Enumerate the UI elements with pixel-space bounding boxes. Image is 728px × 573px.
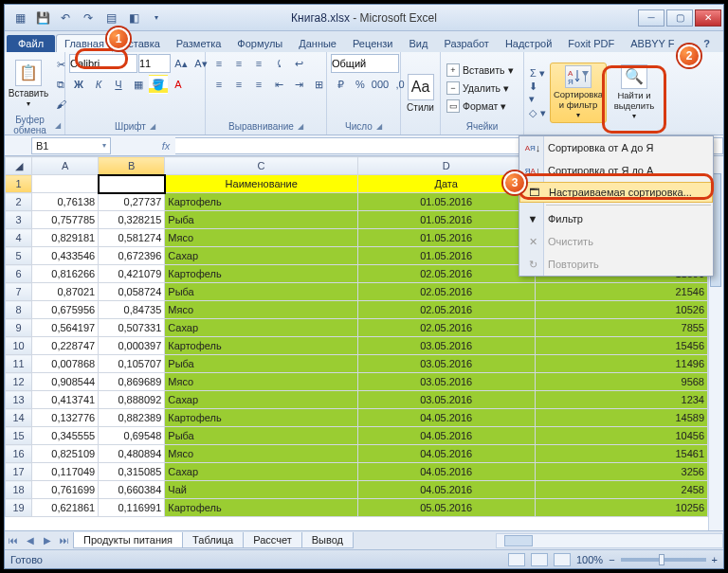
font-name-input[interactable] bbox=[69, 54, 137, 73]
redo-icon[interactable]: ↷ bbox=[79, 9, 98, 27]
tab-review[interactable]: Рецензи bbox=[345, 35, 401, 52]
fx-icon[interactable]: fx bbox=[156, 140, 175, 152]
cell[interactable]: 11496 bbox=[535, 355, 707, 373]
bold-icon[interactable]: Ж bbox=[69, 75, 88, 94]
cell[interactable]: 0,421079 bbox=[99, 265, 165, 283]
cell[interactable]: Картофель bbox=[165, 193, 357, 211]
orientation-icon[interactable]: ⤹ bbox=[269, 54, 288, 73]
row-header[interactable]: 2 bbox=[6, 193, 32, 211]
percent-icon[interactable]: % bbox=[351, 75, 370, 94]
cell[interactable]: 0,315085 bbox=[99, 463, 165, 481]
menu-filter[interactable]: ▼ Фильтр bbox=[519, 207, 713, 230]
tab-addins[interactable]: Надстрой bbox=[498, 35, 559, 52]
cell[interactable]: 0,007868 bbox=[32, 355, 99, 373]
find-select-button[interactable]: 🔍 Найти и выделить▾ bbox=[610, 63, 659, 123]
cell[interactable]: 0,105707 bbox=[99, 355, 165, 373]
sheet-nav[interactable]: ⏮◀▶⏭ bbox=[5, 535, 73, 546]
cell[interactable]: 0,480894 bbox=[99, 445, 165, 463]
cell[interactable]: 0,621861 bbox=[32, 499, 99, 517]
cell[interactable]: Картофель bbox=[165, 409, 357, 427]
row-header[interactable]: 19 bbox=[6, 499, 32, 517]
cell[interactable]: 0,672396 bbox=[99, 247, 165, 265]
italic-icon[interactable]: К bbox=[89, 75, 108, 94]
cell[interactable] bbox=[99, 175, 165, 193]
tab-home[interactable]: Главная bbox=[56, 34, 113, 52]
number-format-input[interactable] bbox=[331, 54, 399, 73]
cell[interactable]: 10456 bbox=[535, 427, 707, 445]
cell[interactable]: Картофель bbox=[165, 337, 357, 355]
autosum-icon[interactable]: Σ ▾ bbox=[528, 63, 547, 82]
cell[interactable]: Мясо bbox=[165, 373, 357, 391]
cell[interactable]: 14589 bbox=[535, 409, 707, 427]
cell[interactable]: Сахар bbox=[165, 319, 357, 337]
cell[interactable]: 0,888092 bbox=[99, 391, 165, 409]
cell[interactable]: 01.05.2016 bbox=[357, 247, 535, 265]
tab-developer[interactable]: Разработ bbox=[436, 35, 496, 52]
row-header[interactable]: 11 bbox=[6, 355, 32, 373]
row-header[interactable]: 1 bbox=[6, 175, 32, 193]
help-icon[interactable]: ? bbox=[696, 35, 718, 52]
cell[interactable]: 02.05.2016 bbox=[357, 265, 535, 283]
cell[interactable]: 0,761699 bbox=[32, 481, 99, 499]
row-header[interactable]: 17 bbox=[6, 463, 32, 481]
cell[interactable]: Наименование bbox=[165, 175, 357, 193]
cell[interactable]: Рыба bbox=[165, 355, 357, 373]
zoom-out-icon[interactable]: − bbox=[609, 554, 614, 565]
cell[interactable]: 0,869689 bbox=[99, 373, 165, 391]
cell[interactable]: Сахар bbox=[165, 463, 357, 481]
cell[interactable]: 0,507331 bbox=[99, 319, 165, 337]
insert-cells-button[interactable]: +Вставить ▾ bbox=[445, 62, 516, 79]
cell[interactable]: Сахар bbox=[165, 247, 357, 265]
cell[interactable]: 0,132776 bbox=[32, 409, 99, 427]
sheet-tab[interactable]: Рассчет bbox=[243, 532, 302, 548]
cell[interactable]: 03.05.2016 bbox=[357, 391, 535, 409]
tab-data[interactable]: Данные bbox=[291, 35, 344, 52]
cell[interactable]: 0,413741 bbox=[32, 391, 99, 409]
currency-icon[interactable]: ₽ bbox=[331, 75, 350, 94]
row-header[interactable]: 15 bbox=[6, 427, 32, 445]
qat-dropdown-icon[interactable]: ▾ bbox=[147, 9, 166, 27]
decrease-indent-icon[interactable]: ⇤ bbox=[269, 75, 288, 94]
cell[interactable]: 1234 bbox=[535, 391, 707, 409]
sheet-tab[interactable]: Вывод bbox=[301, 532, 354, 548]
cell[interactable]: 0,660384 bbox=[99, 481, 165, 499]
minimize-button[interactable]: ─ bbox=[638, 9, 664, 27]
cell[interactable]: Сахар bbox=[165, 391, 357, 409]
cell[interactable]: 04.05.2016 bbox=[357, 427, 535, 445]
row-header[interactable]: 6 bbox=[6, 265, 32, 283]
save-icon[interactable]: 💾 bbox=[33, 9, 52, 27]
merge-icon[interactable]: ⊞ bbox=[309, 75, 328, 94]
align-left-icon[interactable]: ≡ bbox=[209, 75, 228, 94]
cell[interactable]: 0,757785 bbox=[32, 211, 99, 229]
qat-item[interactable]: ▤ bbox=[101, 9, 120, 27]
align-right-icon[interactable]: ≡ bbox=[249, 75, 268, 94]
cell[interactable]: 0,433546 bbox=[32, 247, 99, 265]
cell[interactable]: 03.05.2016 bbox=[357, 355, 535, 373]
horizontal-scrollbar[interactable] bbox=[496, 533, 723, 548]
cell[interactable]: 0,816266 bbox=[32, 265, 99, 283]
row-header[interactable]: 5 bbox=[6, 247, 32, 265]
name-box[interactable]: B1▾ bbox=[31, 137, 111, 154]
cell[interactable]: 7855 bbox=[535, 319, 707, 337]
col-header-a[interactable]: A bbox=[32, 157, 99, 175]
cell[interactable]: 0,345555 bbox=[32, 427, 99, 445]
cell[interactable]: 0,84735 bbox=[99, 301, 165, 319]
col-header-c[interactable]: C bbox=[165, 157, 357, 175]
cell[interactable]: 04.05.2016 bbox=[357, 463, 535, 481]
cell[interactable]: 0,882389 bbox=[99, 409, 165, 427]
cell[interactable]: 0,829181 bbox=[32, 229, 99, 247]
menu-sort-za[interactable]: ЯА↓ Сортировка от Я до А bbox=[519, 159, 713, 182]
qat-item[interactable]: ◧ bbox=[124, 9, 143, 27]
fill-color-icon[interactable]: 🪣 bbox=[149, 75, 168, 94]
cell[interactable]: 15456 bbox=[535, 337, 707, 355]
sort-filter-button[interactable]: АЯ Сортировка и фильтр▾ bbox=[550, 63, 607, 123]
row-header[interactable]: 14 bbox=[6, 409, 32, 427]
col-header-b[interactable]: B bbox=[99, 157, 165, 175]
tab-layout[interactable]: Разметка bbox=[169, 35, 229, 52]
zoom-in-icon[interactable]: + bbox=[712, 554, 718, 565]
cell[interactable]: 02.05.2016 bbox=[357, 283, 535, 301]
cell[interactable]: 21546 bbox=[535, 283, 707, 301]
tab-view[interactable]: Вид bbox=[402, 35, 436, 52]
align-top-icon[interactable]: ≡ bbox=[209, 54, 228, 73]
cell[interactable]: 0,581274 bbox=[99, 229, 165, 247]
